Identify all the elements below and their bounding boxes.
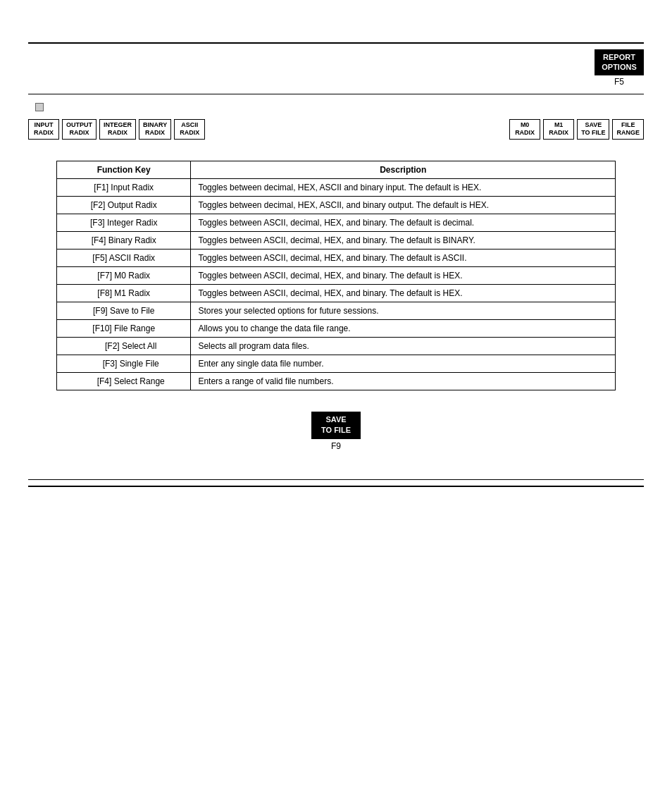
fkey-output-radix[interactable]: OUTPUTRADIX [62, 119, 97, 140]
table-cell-key-indent: [F4] Select Range [57, 372, 191, 390]
table-cell-desc: Selects all program data files. [191, 337, 616, 355]
table-row: [F5] ASCII Radix Toggles between ASCII, … [57, 249, 616, 266]
table-cell-desc: Toggles between ASCII, decimal, HEX, and… [191, 214, 616, 231]
table-header-function-key: Function Key [57, 161, 191, 178]
bottom-rule-2 [28, 486, 644, 487]
checkbox-area [35, 103, 644, 113]
table-cell-desc: Toggles between decimal, HEX, ASCII and … [191, 178, 616, 196]
table-cell-key: [F2] Output Radix [57, 196, 191, 214]
fkey-input-radix[interactable]: INPUTRADIX [28, 119, 59, 140]
table-cell-desc: Toggles between ASCII, decimal, HEX, and… [191, 284, 616, 302]
fkey-save-to-file[interactable]: SAVETO FILE [577, 119, 609, 140]
table-cell-key: [F4] Binary Radix [57, 231, 191, 249]
report-options-button[interactable]: REPORT OPTIONS [595, 49, 644, 75]
table-row: [F4] Binary Radix Toggles between ASCII,… [57, 231, 616, 249]
table-row: [F2] Output Radix Toggles between decima… [57, 196, 616, 214]
table-cell-key: [F7] M0 Radix [57, 266, 191, 284]
table-cell-desc: Stores your selected options for future … [191, 302, 616, 319]
save-fkey-label: F9 [331, 441, 341, 451]
fkey-binary-radix[interactable]: BINARYRADIX [139, 119, 171, 140]
table-cell-desc: Enter any single data file number. [191, 355, 616, 372]
top-rule [28, 42, 644, 44]
table-cell-key: [F8] M1 Radix [57, 284, 191, 302]
fkey-m0-radix[interactable]: M0RADIX [509, 119, 540, 140]
table-row: [F7] M0 Radix Toggles between ASCII, dec… [57, 266, 616, 284]
table-cell-key: [F1] Input Radix [57, 178, 191, 196]
table-row: [F3] Integer Radix Toggles between ASCII… [57, 214, 616, 231]
report-options-fkey-label: F5 [614, 77, 624, 87]
table-container: Function Key Description [F1] Input Radi… [56, 161, 616, 390]
save-area-bottom: SAVETO FILE F9 [0, 412, 672, 451]
table-cell-key: [F5] ASCII Radix [57, 249, 191, 266]
table-cell-desc: Toggles between ASCII, decimal, HEX, and… [191, 231, 616, 249]
save-to-file-button-bottom[interactable]: SAVETO FILE [311, 412, 361, 439]
table-row: [F9] Save to File Stores your selected o… [57, 302, 616, 319]
table-row: [F1] Input Radix Toggles between decimal… [57, 178, 616, 196]
table-cell-desc: Toggles between ASCII, decimal, HEX, and… [191, 266, 616, 284]
table-row: [F4] Select Range Enters a range of vali… [57, 372, 616, 390]
fkey-file-range[interactable]: FILERANGE [612, 119, 644, 140]
fkey-m1-radix[interactable]: M1RADIX [543, 119, 574, 140]
table-cell-key: [F9] Save to File [57, 302, 191, 319]
fkey-integer-radix[interactable]: INTEGERRADIX [99, 119, 136, 140]
table-cell-key: [F10] File Range [57, 319, 191, 337]
table-row: [F8] M1 Radix Toggles between ASCII, dec… [57, 284, 616, 302]
table-cell-desc: Enters a range of valid file numbers. [191, 372, 616, 390]
report-options-area: REPORT OPTIONS F5 [28, 49, 644, 87]
function-key-table: Function Key Description [F1] Input Radi… [56, 161, 616, 390]
bottom-rule-1 [28, 479, 644, 480]
page-container: REPORT OPTIONS F5 INPUTRADIX OUTPUTRADIX… [0, 42, 672, 807]
function-keys-row: INPUTRADIX OUTPUTRADIX INTEGERRADIX BINA… [28, 119, 644, 140]
table-cell-key-indent: [F3] Single File [57, 355, 191, 372]
fkey-ascii-radix[interactable]: ASCIIRADIX [174, 119, 205, 140]
table-cell-key: [F3] Integer Radix [57, 214, 191, 231]
table-row: [F10] File Range Allows you to change th… [57, 319, 616, 337]
table-cell-key-indent: [F2] Select All [57, 337, 191, 355]
table-row: [F2] Select All Selects all program data… [57, 337, 616, 355]
second-rule [28, 94, 644, 94]
table-header-description: Description [191, 161, 616, 178]
table-cell-desc: Toggles between ASCII, decimal, HEX, and… [191, 249, 616, 266]
table-row: [F3] Single File Enter any single data f… [57, 355, 616, 372]
table-cell-desc: Allows you to change the data file range… [191, 319, 616, 337]
table-cell-desc: Toggles between decimal, HEX, ASCII, and… [191, 196, 616, 214]
checkbox-indicator [35, 103, 44, 111]
